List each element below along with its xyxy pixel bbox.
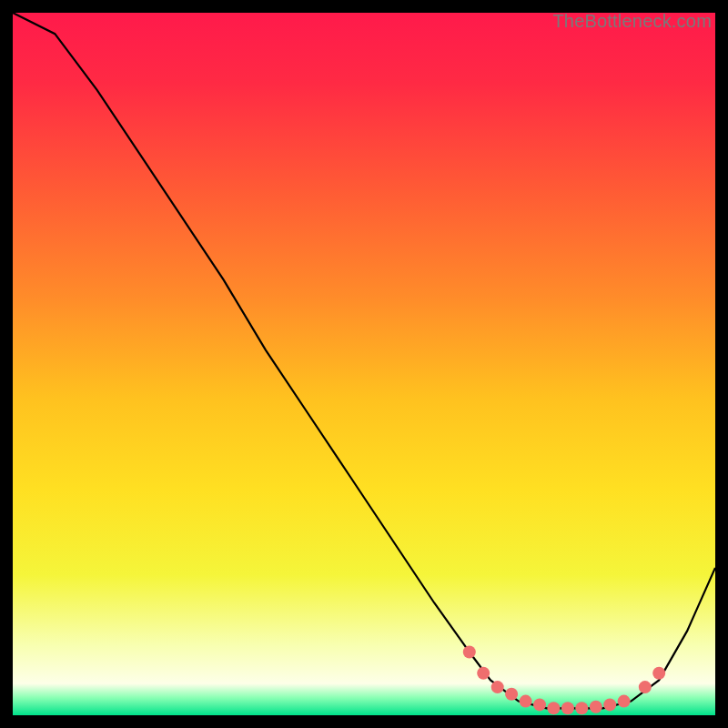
curve-marker <box>561 702 574 714</box>
curve-marker <box>463 646 476 659</box>
curve-marker <box>618 695 631 708</box>
gradient-background <box>13 13 715 715</box>
curve-marker <box>505 688 518 701</box>
curve-marker <box>520 695 532 708</box>
curve-marker <box>491 681 504 693</box>
curve-marker <box>603 698 616 711</box>
chart-frame: TheBottleneck.com <box>13 13 715 715</box>
curve-marker <box>590 701 602 713</box>
curve-marker <box>547 702 560 714</box>
curve-marker <box>477 667 490 680</box>
curve-marker <box>652 667 665 680</box>
curve-marker <box>575 702 588 714</box>
curve-marker <box>639 681 652 693</box>
watermark-text: TheBottleneck.com <box>552 11 712 32</box>
curve-marker <box>533 698 546 711</box>
bottleneck-chart <box>13 13 715 715</box>
